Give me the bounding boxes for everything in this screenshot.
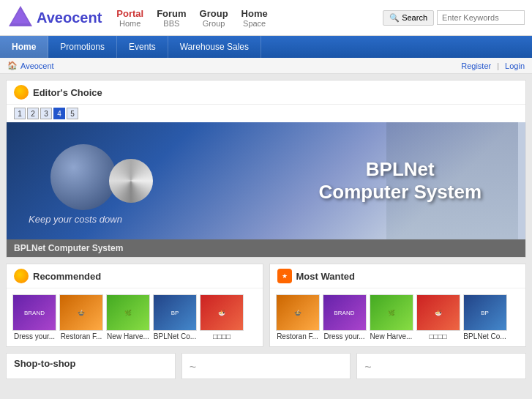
login-link[interactable]: Login [505, 61, 525, 70]
thumb-img-3: BP [153, 294, 197, 331]
blue-nav-bar: Home Promotions Events Warehouse Sales [0, 36, 532, 58]
main-content: Editor's Choice 1 2 3 4 5 BPLNet Compute… [0, 74, 532, 385]
search-icon: 🔍 [389, 13, 400, 23]
thumb-img-4: 🍜 [200, 294, 244, 331]
page-btn-5[interactable]: 5 [67, 108, 78, 119]
blue-nav-events[interactable]: Events [117, 36, 168, 58]
blue-nav-warehouse-sales[interactable]: Warehouse Sales [168, 36, 261, 58]
editors-choice-section: Editor's Choice 1 2 3 4 5 BPLNet Compute… [6, 80, 526, 258]
thumb-recommended-0[interactable]: BRAND Dress your... [12, 294, 56, 340]
nav-home-sub: Space [241, 19, 268, 28]
thumb-img-1: 🍲 [59, 294, 103, 331]
home-icon: 🏠 [7, 61, 18, 70]
thumb-wanted-0[interactable]: 🍲 Restoran F... [276, 294, 320, 340]
bottom-sections: Recommended BRAND Dress your... 🍲 Restor… [6, 264, 526, 347]
breadcrumb-aveocent[interactable]: Aveocent [20, 61, 54, 70]
nav-home-label: Home [241, 8, 268, 19]
shop-row: Shop-to-shop ~ ~ [6, 353, 526, 379]
breadcrumb-left: 🏠 Aveocent [7, 61, 54, 70]
hero-title: BPLNet [319, 158, 482, 181]
search-area: 🔍 Search [383, 10, 525, 26]
page-btn-4[interactable]: 4 [53, 108, 65, 119]
shop-title: Shop-to-shop [14, 358, 168, 369]
thumb-label-2: New Harve... [106, 332, 150, 340]
recommended-title: Recommended [33, 271, 101, 282]
most-wanted-section: ★ Most Wanted 🍲 Restoran F... BRAND Dres… [269, 264, 527, 347]
thumb-wanted-4[interactable]: BP BPLNet Co... [463, 294, 507, 340]
most-wanted-icon: ★ [277, 269, 292, 283]
recommended-section: Recommended BRAND Dress your... 🍲 Restor… [6, 264, 263, 347]
svg-marker-1 [12, 9, 29, 23]
breadcrumb: 🏠 Aveocent Register | Login [0, 58, 532, 74]
editors-choice-icon [14, 85, 29, 100]
shop-to-shop-box: Shop-to-shop [6, 353, 176, 379]
thumb-wanted-label-2: New Harve... [370, 332, 413, 340]
hero-subtitle: Computer System [319, 181, 482, 204]
nav-group-label: Group [200, 8, 228, 19]
thumb-label-0: Dress your... [12, 332, 56, 340]
breadcrumb-separator: | [497, 61, 499, 70]
shop-tilde-1: ~ [181, 353, 351, 379]
recommended-thumbs: BRAND Dress your... 🍲 Restoran F... 🌿 Ne… [7, 288, 263, 346]
page-btn-2[interactable]: 2 [27, 108, 39, 119]
logo[interactable]: Aveocent [7, 4, 102, 31]
thumb-wanted-2[interactable]: 🌿 New Harve... [370, 294, 413, 340]
pagination: 1 2 3 4 5 [7, 105, 525, 122]
globe-decoration [50, 144, 116, 210]
most-wanted-header: ★ Most Wanted [270, 264, 526, 288]
breadcrumb-right: Register | Login [461, 61, 525, 70]
logo-text: Aveocent [37, 10, 102, 26]
nav-forum[interactable]: Forum BBS [157, 8, 186, 28]
thumb-img-0: BRAND [12, 294, 56, 331]
hero-overlay: BPLNet Computer System [319, 158, 482, 204]
thumb-label-4: □□□□ [200, 332, 244, 340]
editors-choice-title: Editor's Choice [33, 87, 102, 98]
shop-tilde-2: ~ [356, 353, 526, 379]
thumb-wanted-label-4: BPLNet Co... [463, 332, 507, 340]
thumb-recommended-3[interactable]: BP BPLNet Co... [153, 294, 197, 340]
thumb-wanted-img-3: 🍜 [416, 294, 460, 331]
search-input[interactable] [437, 10, 525, 25]
thumb-wanted-1[interactable]: BRAND Dress your... [323, 294, 367, 340]
shop-tilde-text-2: ~ [364, 361, 518, 374]
most-wanted-title: Most Wanted [296, 271, 355, 282]
thumb-recommended-1[interactable]: 🍲 Restoran F... [59, 294, 103, 340]
top-nav: Portal Home Forum BBS Group Group Home S… [116, 8, 383, 28]
thumb-label-3: BPLNet Co... [153, 332, 197, 340]
nav-home[interactable]: Home Space [241, 8, 268, 28]
nav-portal-sub: Home [116, 19, 143, 28]
nav-portal-label: Portal [116, 8, 143, 19]
nav-portal[interactable]: Portal Home [116, 8, 143, 28]
thumb-wanted-img-2: 🌿 [370, 294, 413, 331]
nav-group-sub: Group [200, 19, 228, 28]
shop-tilde-text-1: ~ [190, 361, 343, 374]
blue-nav-home[interactable]: Home [0, 36, 48, 58]
register-link[interactable]: Register [461, 61, 491, 70]
page-btn-3[interactable]: 3 [40, 108, 52, 119]
thumb-label-1: Restoran F... [59, 332, 103, 340]
header: Aveocent Portal Home Forum BBS Group Gro… [0, 0, 532, 36]
nav-group[interactable]: Group Group [200, 8, 228, 28]
thumb-wanted-img-4: BP [463, 294, 507, 331]
hero-caption: BPLNet Computer System [7, 239, 525, 257]
thumb-wanted-label-3: □□□□ [416, 332, 460, 340]
nav-forum-label: Forum [157, 8, 186, 19]
thumb-wanted-3[interactable]: 🍜 □□□□ [416, 294, 460, 340]
blue-nav-promotions[interactable]: Promotions [48, 36, 117, 58]
logo-icon [7, 4, 34, 31]
editors-choice-header: Editor's Choice [7, 81, 525, 105]
thumb-recommended-2[interactable]: 🌿 New Harve... [106, 294, 150, 340]
recommended-header: Recommended [7, 264, 263, 288]
most-wanted-thumbs: 🍲 Restoran F... BRAND Dress your... 🌿 Ne… [270, 288, 526, 346]
thumb-img-2: 🌿 [106, 294, 150, 331]
nav-forum-sub: BBS [157, 19, 186, 28]
thumb-wanted-label-1: Dress your... [323, 332, 367, 340]
page-btn-1[interactable]: 1 [14, 108, 26, 119]
cd-decoration [109, 159, 153, 203]
thumb-wanted-img-1: BRAND [323, 294, 367, 331]
thumb-wanted-img-0: 🍲 [276, 294, 320, 331]
thumb-recommended-4[interactable]: 🍜 □□□□ [200, 294, 244, 340]
recommended-icon [14, 269, 29, 283]
search-button[interactable]: 🔍 Search [383, 10, 434, 26]
thumb-wanted-label-0: Restoran F... [276, 332, 320, 340]
